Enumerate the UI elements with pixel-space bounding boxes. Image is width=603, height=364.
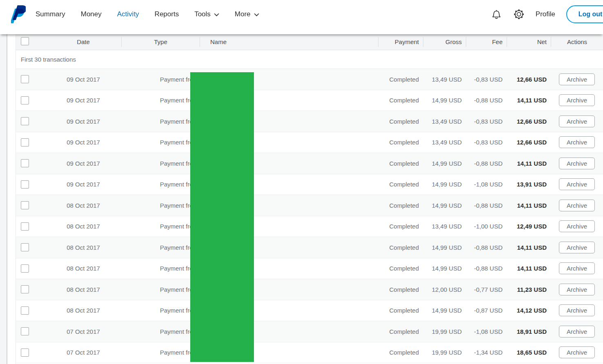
row-checkbox[interactable] [21,96,29,104]
nav-item-label: Tools [194,10,211,18]
actions-cell: Archive [551,346,603,358]
archive-button[interactable]: Archive [559,200,595,211]
gross-cell: 19,99 USD [423,349,466,356]
row-checkbox[interactable] [21,285,29,293]
header-payment[interactable]: Payment [378,37,423,47]
date-cell: 09 Oct 2017 [45,160,121,167]
header-type[interactable]: Type [121,37,200,47]
bell-icon[interactable] [491,9,502,20]
row-checkbox[interactable] [21,75,29,83]
paypal-logo-icon[interactable] [11,4,26,24]
net-cell: 14,11 USD [507,202,551,209]
row-select-cell [16,222,45,231]
fee-cell: -0,83 USD [466,76,507,83]
row-checkbox[interactable] [21,117,29,125]
archive-button[interactable]: Archive [559,326,595,337]
archive-button[interactable]: Archive [559,158,595,169]
transactions-body: 09 Oct 2017 Payment from Completed 13,49… [16,69,603,363]
row-select-cell [16,348,45,357]
actions-cell: Archive [551,73,603,85]
profile-link[interactable]: Profile [536,10,555,18]
archive-button[interactable]: Archive [559,262,595,274]
fee-cell: -0,88 USD [466,202,507,209]
archive-button[interactable]: Archive [559,242,595,253]
payment-status-cell: Completed [378,202,423,209]
nav-item-more[interactable]: More [235,10,259,18]
archive-button[interactable]: Archive [559,220,595,232]
top-navbar: Summary Money Activity Reports Tools Mor… [0,0,603,34]
fee-cell: -1,08 USD [466,181,507,188]
row-checkbox[interactable] [21,180,29,189]
type-cell: Payment from [121,139,200,146]
archive-button[interactable]: Archive [559,178,595,190]
payment-status-cell: Completed [378,265,423,272]
type-cell: Payment from [121,307,200,314]
fee-cell: -1,00 USD [466,223,507,230]
gross-cell: 13,49 USD [423,223,466,230]
header-gross[interactable]: Gross [423,37,466,47]
nav-item-summary[interactable]: Summary [36,10,65,18]
row-checkbox[interactable] [21,348,29,357]
type-cell: Payment from [121,349,200,356]
fee-cell: -0,87 USD [466,307,507,314]
net-cell: 18,65 USD [507,349,551,356]
row-checkbox[interactable] [21,264,29,273]
fee-cell: -0,88 USD [466,97,507,104]
archive-button[interactable]: Archive [559,94,595,106]
date-cell: 08 Oct 2017 [45,223,121,230]
row-checkbox[interactable] [21,222,29,231]
archive-button[interactable]: Archive [559,73,595,85]
actions-cell: Archive [551,178,603,190]
transaction-row: 08 Oct 2017 Payment from Completed 14,99… [16,258,603,280]
net-cell: 14,12 USD [507,307,551,314]
row-select-cell [16,327,45,335]
actions-cell: Archive [551,326,603,337]
archive-button[interactable]: Archive [559,136,595,148]
date-cell: 09 Oct 2017 [45,181,121,188]
row-checkbox[interactable] [21,159,29,167]
row-select-cell [16,285,45,293]
date-cell: 08 Oct 2017 [45,244,121,251]
row-checkbox[interactable] [21,201,29,209]
payment-status-cell: Completed [378,118,423,125]
select-all-checkbox[interactable] [21,37,29,45]
gross-cell: 14,99 USD [423,160,466,167]
transaction-row: 09 Oct 2017 Payment from Completed 13,49… [16,132,603,153]
net-cell: 14,11 USD [507,160,551,167]
archive-button[interactable]: Archive [559,346,595,358]
archive-button[interactable]: Archive [559,304,595,316]
left-scrollbar-track[interactable] [0,34,7,364]
net-cell: 14,11 USD [507,265,551,272]
row-checkbox[interactable] [21,243,29,251]
header-fee[interactable]: Fee [466,37,507,47]
row-checkbox[interactable] [21,327,29,335]
fee-cell: -0,88 USD [466,160,507,167]
nav-item-activity[interactable]: Activity [117,10,139,18]
transaction-row: 09 Oct 2017 Payment from Completed 13,49… [16,69,603,90]
header-name[interactable]: Name [200,37,378,47]
nav-item-reports[interactable]: Reports [155,10,179,18]
chevron-down-icon [254,13,259,17]
row-checkbox[interactable] [21,138,29,146]
table-header-row: Date Type Name Payment Gross Fee Net Act… [16,34,603,50]
header-date[interactable]: Date [45,37,121,47]
navbar-right: Profile Log out [491,5,603,23]
logout-button[interactable]: Log out [566,5,603,23]
gross-cell: 14,99 USD [423,244,466,251]
archive-button[interactable]: Archive [559,115,595,127]
nav-item-tools[interactable]: Tools [194,10,219,18]
type-cell: Payment from [121,202,200,209]
gear-icon[interactable] [513,9,525,20]
redacted-name-block [190,72,254,362]
net-cell: 14,11 USD [507,97,551,104]
archive-button[interactable]: Archive [559,284,595,295]
fee-cell: -0,77 USD [466,286,507,293]
net-cell: 18,91 USD [507,328,551,335]
page-content: Date Type Name Payment Gross Fee Net Act… [0,34,603,364]
nav-item-money[interactable]: Money [81,10,102,18]
header-net[interactable]: Net [507,37,551,47]
row-checkbox[interactable] [21,306,29,315]
gross-cell: 14,99 USD [423,202,466,209]
type-cell: Payment from [121,286,200,293]
type-cell: Payment from [121,118,200,125]
